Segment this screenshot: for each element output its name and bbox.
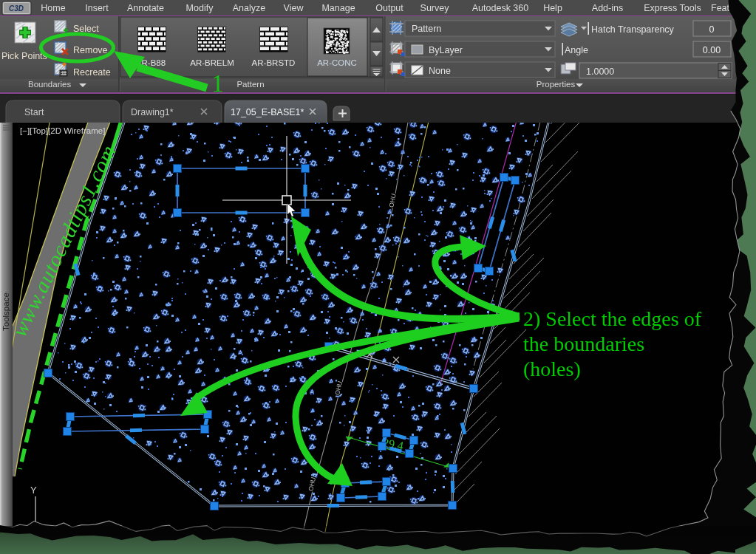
- svg-text:Home: Home: [41, 3, 65, 13]
- svg-text:Recreate: Recreate: [73, 67, 111, 78]
- svg-text:AR-BRELM: AR-BRELM: [190, 58, 234, 67]
- svg-text:the boundaries: the boundaries: [523, 332, 644, 355]
- svg-text:Analyze: Analyze: [233, 3, 266, 13]
- svg-text:Add-ins: Add-ins: [592, 3, 623, 13]
- svg-text:(holes): (holes): [523, 358, 581, 380]
- svg-text:AR-BRSTD: AR-BRSTD: [252, 58, 296, 67]
- svg-text:Modify: Modify: [186, 3, 214, 13]
- svg-text:17_05_E-BASE1*: 17_05_E-BASE1*: [231, 107, 304, 117]
- svg-text:Drawing1*: Drawing1*: [131, 107, 174, 117]
- svg-text:Y: Y: [30, 485, 37, 496]
- svg-text:Annotate: Annotate: [127, 3, 164, 13]
- svg-text:Express Tools: Express Tools: [644, 3, 701, 13]
- svg-text:Angle: Angle: [565, 45, 588, 55]
- svg-text:Survey: Survey: [420, 3, 450, 13]
- svg-text:ByLayer: ByLayer: [429, 45, 463, 55]
- svg-text:Hatch Transparency: Hatch Transparency: [591, 24, 675, 35]
- svg-text:View: View: [284, 3, 304, 13]
- svg-text:[−][Top][2D Wireframe]: [−][Top][2D Wireframe]: [20, 126, 105, 135]
- svg-text:C3D: C3D: [9, 4, 24, 13]
- svg-text:1.0000: 1.0000: [586, 66, 614, 77]
- svg-text:AR-CONC: AR-CONC: [317, 58, 357, 67]
- svg-text:2) Select the edges of: 2) Select the edges of: [523, 307, 702, 330]
- svg-text:Properties: Properties: [537, 80, 576, 89]
- svg-text:Pick Points: Pick Points: [1, 51, 47, 61]
- svg-text:Output: Output: [375, 3, 403, 13]
- svg-text:Manage: Manage: [321, 3, 355, 13]
- svg-text:Pattern: Pattern: [412, 24, 441, 34]
- svg-text:Remove: Remove: [73, 45, 108, 55]
- svg-text:Boundaries: Boundaries: [28, 80, 71, 89]
- svg-text:0: 0: [709, 24, 715, 35]
- svg-text:1: 1: [211, 69, 224, 97]
- svg-text:0.00: 0.00: [703, 45, 721, 55]
- svg-text:Help: Help: [543, 3, 562, 13]
- svg-text:Insert: Insert: [85, 3, 109, 13]
- svg-text:Start: Start: [24, 107, 44, 117]
- svg-text:Autodesk 360: Autodesk 360: [472, 3, 528, 13]
- svg-text:None: None: [429, 66, 451, 76]
- svg-text:Pattern: Pattern: [236, 80, 264, 89]
